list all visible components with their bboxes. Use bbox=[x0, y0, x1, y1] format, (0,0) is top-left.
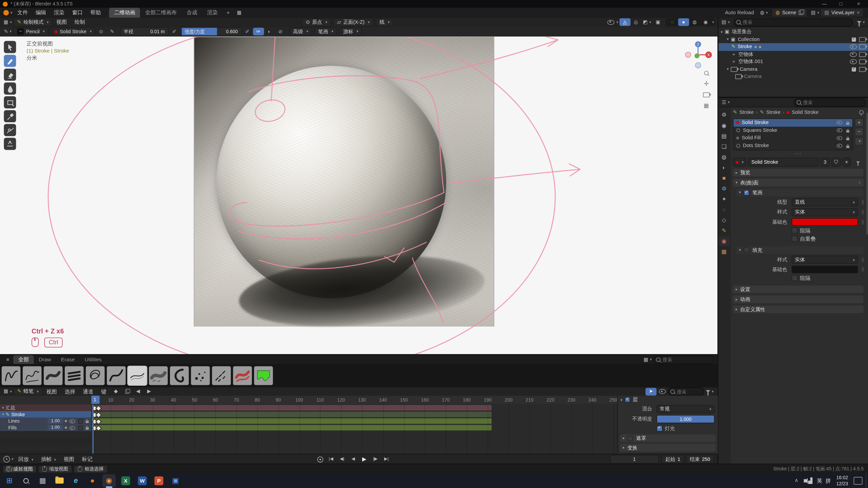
collection-checkbox[interactable] bbox=[851, 67, 856, 72]
preview-panel-header[interactable]: ▸预览 bbox=[733, 169, 864, 177]
scene-selector[interactable]: ◍ Scene bbox=[772, 8, 807, 17]
taskbar-app-blender[interactable]: ◉ bbox=[102, 474, 116, 487]
dope-menu-view[interactable]: 视图 bbox=[42, 388, 61, 395]
properties-search-input[interactable] bbox=[794, 98, 866, 106]
xray-toggle-icon[interactable]: ▣ bbox=[652, 18, 664, 26]
blend-mode-dropdown[interactable]: 常规▾ bbox=[656, 405, 714, 413]
material-slot[interactable]: Solid Fill bbox=[733, 134, 852, 142]
tool-tint[interactable] bbox=[4, 82, 16, 95]
properties-tab-material[interactable]: ◉ bbox=[718, 236, 730, 246]
menu-draw[interactable]: 绘制 bbox=[71, 19, 89, 25]
ime-mode-indicator[interactable]: 拼 bbox=[826, 477, 831, 484]
opacity-slider[interactable]: 1.000 bbox=[656, 415, 714, 423]
notification-center-icon[interactable] bbox=[854, 477, 863, 485]
slot-specials-button[interactable]: ▾ bbox=[855, 137, 864, 145]
brush-pencil[interactable] bbox=[128, 366, 147, 385]
outliner-row-stroke[interactable]: ✎ Stroke bbox=[718, 43, 868, 50]
unlink-button[interactable]: × bbox=[842, 158, 851, 167]
editor-type-icon[interactable]: ▾ bbox=[2, 455, 15, 463]
viewlayer-selector[interactable]: ▤ ViewLayer × bbox=[821, 8, 864, 17]
outliner-row-collection[interactable]: ▾▣ Collection bbox=[718, 36, 868, 43]
shelf-tab-erase[interactable]: Erase bbox=[56, 355, 80, 364]
tool-interpolate[interactable] bbox=[4, 138, 16, 150]
animate-dot[interactable] bbox=[862, 220, 864, 225]
fill-base-color-swatch[interactable] bbox=[792, 266, 858, 273]
render-visibility-icon[interactable] bbox=[859, 67, 866, 72]
dopesheet-mode-selector[interactable]: ✎ 蜡笔▾ bbox=[13, 388, 42, 395]
keyframe-area[interactable] bbox=[91, 404, 617, 453]
material-selector[interactable]: Solid Stroke▾ bbox=[51, 27, 96, 36]
lock-icon[interactable] bbox=[86, 427, 89, 430]
breadcrumb-material[interactable]: Solid Stroke bbox=[792, 109, 818, 116]
brush-marker[interactable] bbox=[44, 366, 63, 385]
brush-ink-rough[interactable] bbox=[23, 366, 42, 385]
channel-layer-lines[interactable]: Lines 1.00 bbox=[0, 418, 91, 425]
only-selected-filter-icon[interactable]: ➤ bbox=[646, 388, 657, 395]
active-tool-icon[interactable]: ✎▾ bbox=[2, 28, 14, 36]
add-workspace-button[interactable]: + bbox=[223, 9, 234, 17]
move-view-icon[interactable]: ✛ bbox=[704, 80, 709, 88]
remove-viewlayer-icon[interactable]: × bbox=[857, 10, 860, 16]
properties-tab-world[interactable]: ◐ bbox=[718, 163, 730, 172]
strength-pressure-icon[interactable]: ✐ bbox=[242, 28, 253, 36]
volume-icon[interactable] bbox=[804, 479, 806, 482]
timeline-menu-keying[interactable]: 插帧 ▾ bbox=[37, 456, 60, 463]
shelf-search[interactable] bbox=[653, 355, 714, 364]
timeline-menu-markers[interactable]: 标记 bbox=[78, 456, 96, 463]
animate-dot[interactable] bbox=[862, 210, 864, 215]
custom-properties-panel-header[interactable]: ▸自定义属性 bbox=[733, 306, 864, 313]
lock-icon[interactable] bbox=[846, 130, 849, 133]
prev-key-icon[interactable]: ◀ bbox=[133, 388, 144, 395]
outliner-row-camera[interactable]: ▾ Camera bbox=[718, 65, 868, 73]
dope-menu-select[interactable]: 选择 bbox=[61, 388, 79, 395]
remove-slot-button[interactable]: − bbox=[855, 128, 864, 136]
brush-red-smear[interactable] bbox=[233, 366, 252, 385]
hide-icon[interactable] bbox=[836, 128, 842, 133]
surface-panel-header[interactable]: ▾表(曲)面↕ bbox=[733, 179, 864, 187]
render-visibility-icon[interactable] bbox=[859, 44, 866, 49]
editor-type-icon[interactable]: ▦▾ bbox=[2, 18, 14, 26]
editor-type-icon[interactable]: ▦▾ bbox=[2, 388, 14, 395]
add-slot-button[interactable]: ＋ bbox=[855, 118, 864, 126]
zoom-icon[interactable] bbox=[704, 71, 709, 75]
advanced-popover[interactable]: 高级▾ bbox=[289, 27, 312, 36]
strength-slider[interactable]: 强度/力度 0.600 bbox=[181, 27, 242, 36]
hide-icon[interactable] bbox=[70, 426, 75, 430]
shelf-tab-draw[interactable]: Draw bbox=[34, 355, 56, 364]
use-lights-checkbox[interactable] bbox=[78, 419, 83, 423]
material-slot[interactable]: Squares Stroke bbox=[733, 127, 852, 135]
brush-scribble[interactable] bbox=[86, 366, 105, 385]
material-name-field[interactable]: Solid Stroke bbox=[748, 158, 818, 167]
radius-pressure-icon[interactable]: ✐ bbox=[169, 28, 180, 36]
hide-icon[interactable] bbox=[850, 44, 857, 49]
layer-opacity-value[interactable]: 1.00 bbox=[47, 425, 63, 430]
menu-view[interactable]: 视图 bbox=[53, 19, 71, 25]
shading-dropdown-icon[interactable]: ▾ bbox=[712, 20, 714, 24]
workspace-tab-2d-animation[interactable]: 二维动画 bbox=[109, 8, 140, 18]
taskbar-app-search[interactable] bbox=[19, 474, 33, 487]
shelf-menu-icon[interactable]: ≡ bbox=[2, 356, 14, 364]
viewlayer-browse-icon[interactable]: ▤▾ bbox=[810, 9, 821, 17]
stabilizer-toggle-icon[interactable]: ✑ bbox=[253, 28, 264, 36]
properties-tab-object[interactable]: ■ bbox=[718, 173, 730, 183]
camera-view-icon[interactable] bbox=[703, 93, 710, 98]
brush-speckle[interactable] bbox=[212, 366, 231, 385]
material-browse-button[interactable]: ▾ bbox=[733, 158, 747, 167]
occlude-toggle-icon[interactable]: ⊘ bbox=[275, 28, 286, 36]
pin-id-icon[interactable] bbox=[859, 110, 864, 115]
play-button[interactable]: ▶ bbox=[359, 455, 370, 463]
layer-panel-header[interactable]: ▾层 bbox=[618, 395, 718, 404]
use-lights-checkbox[interactable] bbox=[78, 425, 83, 430]
ortho-grid-icon[interactable]: ▦ bbox=[704, 102, 709, 109]
menu-help[interactable]: 帮助 bbox=[86, 9, 105, 16]
tray-expand-icon[interactable]: ∧ bbox=[795, 477, 798, 484]
editor-type-icon[interactable]: ▤▾ bbox=[720, 18, 731, 26]
properties-tab-view-layer[interactable]: ❏ bbox=[718, 142, 730, 151]
brush-green-fill[interactable] bbox=[254, 366, 273, 385]
brush-ink-pen[interactable] bbox=[2, 366, 21, 385]
viewport[interactable]: 正交前视图 (1) Stroke | Stroke 分米 Z X ✛ ▦ bbox=[0, 37, 717, 354]
properties-tab-scene[interactable]: ◍ bbox=[718, 152, 730, 162]
render-visibility-icon[interactable] bbox=[859, 52, 866, 57]
ime-lang-indicator[interactable]: 英 bbox=[817, 477, 822, 484]
outliner-search-input[interactable] bbox=[733, 18, 853, 26]
